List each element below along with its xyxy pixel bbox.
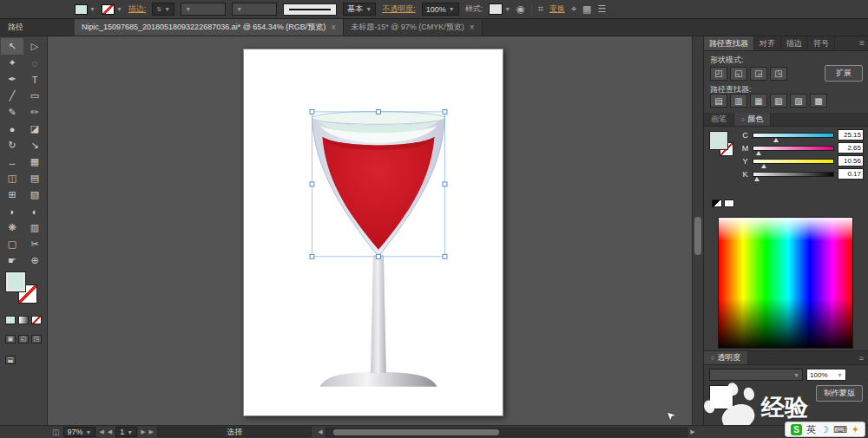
zoom-dropdown[interactable]: 97% ▼ [63,427,96,437]
shape-mode-button[interactable]: ◳ [770,67,787,81]
channel-value-field[interactable]: 2.65 [838,142,864,154]
opacity-field[interactable]: 100% ▼ [422,3,459,16]
color-slider[interactable] [753,159,834,164]
fill-stroke-indicator[interactable] [6,272,41,307]
pencil-tool-icon[interactable]: ✏ [23,104,46,121]
recolor-artwork-icon[interactable]: ◉ [516,3,525,15]
panel-menu-icon[interactable]: ≡ [859,354,868,363]
wine-glass-artwork[interactable] [244,49,503,415]
draw-behind-icon[interactable]: ◱ [18,335,29,343]
channel-value-field[interactable]: 10.56 [838,155,864,167]
variable-width-dropdown[interactable]: ▼ [181,3,226,16]
expand-button[interactable]: 扩展 [825,65,863,82]
vertical-scroll-thumb[interactable] [694,217,701,255]
artboard[interactable] [243,49,503,416]
style-dropdown[interactable]: ▼ [489,3,510,15]
panel-tab[interactable]: 对齐 [754,36,781,50]
selection-tool-icon[interactable]: ↖ [1,38,23,55]
width-tool-icon[interactable]: ↔ [1,154,23,170]
rectangle-tool-icon[interactable]: ▭ [23,88,46,104]
pathfinder-button[interactable]: ▩ [810,94,827,108]
channel-value-field[interactable]: 0.17 [838,168,864,180]
rotate-tool-icon[interactable]: ↻ [1,137,23,154]
panel-menu-icon[interactable]: ≡ [859,38,865,48]
toolbox-icon[interactable]: ✦ [852,424,859,435]
symbol-sprayer-tool-icon[interactable]: ❋ [1,219,23,236]
pathfinder-button[interactable]: ▥ [730,94,747,108]
magic-wand-tool-icon[interactable]: ✦ [1,55,23,71]
first-artboard-icon[interactable]: ◀ [99,428,103,435]
make-mask-button[interactable]: 制作蒙版 [816,385,863,402]
shape-mode-button[interactable]: ◲ [750,67,767,81]
shape-builder-tool-icon[interactable]: ◫ [1,170,23,186]
prev-artboard-icon[interactable]: ◀ [108,428,112,435]
color-slider[interactable] [753,133,834,138]
horizontal-scrollbar[interactable]: ◀ ▶ [315,427,698,438]
white-swatch[interactable] [724,199,734,207]
shape-mode-button[interactable]: ◰ [710,67,727,81]
type-tool-icon[interactable]: T [23,71,46,88]
isolate-icon[interactable]: ⌖ [571,3,576,15]
brush-definition-dropdown[interactable]: 基本 ▼ [343,3,376,16]
glass-stem[interactable] [371,255,386,373]
eyedropper-tool-icon[interactable]: ◗ [1,203,23,219]
pathfinder-button[interactable]: ▤ [710,94,727,108]
panel-options-icon[interactable]: ☰ [598,3,607,15]
arrange-icon[interactable]: ▦ [582,3,591,15]
artboard-nav-field[interactable]: 1 ▼ [115,427,137,437]
column-graph-tool-icon[interactable]: ▥ [23,219,46,236]
object-thumbnail[interactable] [709,385,733,409]
panel-tab[interactable]: 描边 [781,36,808,50]
horizontal-scroll-track[interactable] [326,428,687,437]
color-button[interactable] [5,316,16,324]
eraser-tool-icon[interactable]: ◪ [23,121,46,137]
mesh-tool-icon[interactable]: ⊞ [1,186,23,203]
color-slider[interactable] [753,172,834,177]
pathfinder-button[interactable]: ▨ [790,94,807,108]
stroke-width-combo[interactable]: ⇅▼ [152,3,174,16]
black-white-swatch[interactable] [712,199,722,207]
pathfinder-button[interactable]: ▦ [750,94,767,108]
document-tab[interactable]: 未标题-15* @ 97% (CMYK/预览) × [344,19,483,36]
fill-proxy-swatch[interactable] [710,132,727,149]
last-artboard-icon[interactable]: ▶ [149,428,154,435]
draw-normal-icon[interactable]: ▣ [5,335,16,343]
slider-marker-icon[interactable] [754,177,760,181]
align-icon[interactable]: ⌗ [538,3,543,15]
slice-tool-icon[interactable]: ✂ [23,236,46,252]
glass-base[interactable] [319,372,437,387]
panel-tab[interactable]: 路径查找器 [704,36,754,50]
slider-marker-icon[interactable] [756,151,761,155]
color-spectrum[interactable] [718,217,853,349]
artboard-tool-icon[interactable]: ▢ [1,236,23,252]
opacity-link[interactable]: 不透明度: [382,3,416,15]
next-artboard-icon[interactable]: ▶ [141,428,145,435]
close-icon[interactable]: × [331,23,336,32]
canvas-area[interactable]: ➤ [48,36,703,425]
lasso-tool-icon[interactable]: ◌ [23,55,46,71]
blob-brush-tool-icon[interactable]: ● [1,121,23,137]
stroke-style-preview[interactable] [283,3,337,16]
moon-icon[interactable]: ☽ [820,424,829,435]
blend-mode-dropdown[interactable]: ▼ [709,369,803,381]
gradient-button[interactable] [18,316,29,324]
screen-mode-icon[interactable]: ⬓ [5,356,16,364]
hand-tool-icon[interactable]: ☛ [1,252,23,269]
wine-liquid[interactable] [322,137,434,250]
stroke-color-dropdown[interactable]: ▼ [102,4,122,15]
zoom-tool-icon[interactable]: ⊕ [23,252,46,269]
draw-inside-icon[interactable]: ◳ [31,335,42,343]
fill-color-dropdown[interactable]: ▼ [75,4,95,15]
brush-options-dropdown[interactable]: ▼ [232,3,277,16]
keyboard-icon[interactable]: ⌨ [833,424,847,435]
tab-transparency[interactable]: ○ 透明度 [704,351,748,364]
perspective-grid-tool-icon[interactable]: ▤ [23,170,46,186]
horizontal-scroll-thumb[interactable] [333,429,499,435]
close-icon[interactable]: × [470,23,475,32]
fill-proxy-swatch[interactable] [6,272,25,291]
channel-value-field[interactable]: 25.15 [838,129,864,141]
color-slider[interactable] [753,146,834,151]
sogou-logo-icon[interactable]: S [791,424,802,435]
panel-tab[interactable]: 符号 [808,36,835,50]
none-button[interactable] [31,316,42,324]
